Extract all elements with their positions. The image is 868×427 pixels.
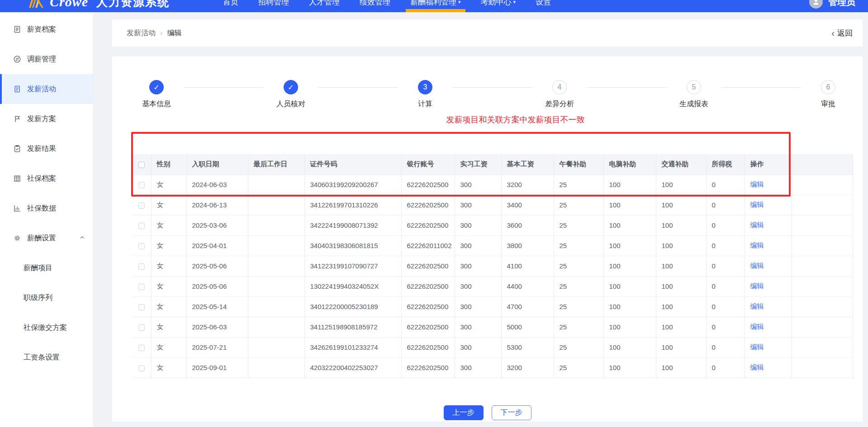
column-header: 实习工资 xyxy=(455,154,501,174)
cell-last-work-day xyxy=(248,296,304,317)
edit-link[interactable]: 编辑 xyxy=(750,343,764,351)
top-nav-item-label: 考勤中心 xyxy=(481,0,512,7)
table-row: 女2025-03-0634222419900807139262226202500… xyxy=(132,215,853,235)
sidebar-item-label: 发薪结果 xyxy=(27,144,56,154)
step-label: 审批 xyxy=(821,99,835,109)
username[interactable]: 管理员 xyxy=(828,0,855,8)
cell-bank-account: 62226202500 xyxy=(401,174,455,195)
cell-gender: 女 xyxy=(151,357,186,378)
edit-link[interactable]: 编辑 xyxy=(750,282,764,290)
edit-link[interactable]: 编辑 xyxy=(750,221,764,229)
cell-base-salary: 4400 xyxy=(501,276,554,296)
step-circle: ✓ xyxy=(284,80,298,94)
back-button[interactable]: ‹ 返回 xyxy=(831,28,853,38)
cell-intern-salary: 300 xyxy=(455,357,501,378)
top-nav-item[interactable]: 首页 xyxy=(223,0,238,7)
top-nav-item[interactable]: 考勤中心▾ xyxy=(481,0,516,7)
top-nav-item-label: 绩效管理 xyxy=(360,0,390,7)
cell-income-tax: 0 xyxy=(706,317,745,337)
prev-step-button[interactable]: 上一步 xyxy=(444,405,484,420)
cell-id-number: 341226199701310226 xyxy=(304,195,401,215)
cell-hire-date: 2025-09-01 xyxy=(186,357,248,378)
row-checkbox[interactable] xyxy=(138,304,145,310)
sidebar-item[interactable]: 薪酬项目 xyxy=(0,253,93,283)
breadcrumb-current: 编辑 xyxy=(167,28,182,38)
sidebar-item[interactable]: 发薪结果 xyxy=(0,134,93,164)
table-row: 女2025-07-2134262619910123327462226202500… xyxy=(132,337,853,357)
sidebar-item[interactable]: 调薪管理 xyxy=(0,44,93,74)
main-area: 发薪活动 › 编辑 ‹ 返回 ✓基本信息✓人员核对3计算4差异分析5生成报表6审… xyxy=(112,0,863,427)
column-header: 基本工资 xyxy=(501,154,554,174)
sidebar-item[interactable]: 社保档案 xyxy=(0,164,93,193)
edit-link[interactable]: 编辑 xyxy=(750,302,764,310)
step-circle: 6 xyxy=(821,80,835,94)
breadcrumb-section[interactable]: 发薪活动 xyxy=(127,28,156,38)
cell-base-salary: 4700 xyxy=(501,296,554,317)
row-checkbox[interactable] xyxy=(138,365,145,371)
cell-id-number: 341223199107090727 xyxy=(304,256,401,276)
sidebar-item[interactable]: 发薪活动 xyxy=(0,74,93,104)
sidebar-item[interactable]: 工资条设置 xyxy=(0,343,93,372)
row-checkbox[interactable] xyxy=(138,324,145,331)
breadcrumb-separator-icon: › xyxy=(160,28,163,38)
sidebar-item[interactable]: 发薪方案 xyxy=(0,104,93,134)
cell-last-work-day xyxy=(248,317,304,337)
top-nav-item[interactable]: 招聘管理 xyxy=(258,0,289,7)
top-nav-item-label: 人才管理 xyxy=(309,0,340,7)
cell-income-tax: 0 xyxy=(706,276,745,296)
cell-id-number: 340403198306081815 xyxy=(304,235,401,256)
sidebar-item[interactable]: 职级序列 xyxy=(0,283,93,313)
row-checkbox[interactable] xyxy=(138,263,145,270)
brand-product-name: 人力资源系统 xyxy=(96,0,170,9)
row-checkbox-cell xyxy=(132,317,151,337)
cell-id-number: 420322200402253027 xyxy=(304,357,401,378)
select-all-checkbox[interactable] xyxy=(138,162,145,168)
sidebar-item[interactable]: 社保数据 xyxy=(0,193,93,223)
row-checkbox[interactable] xyxy=(138,223,145,229)
cell-computer-allowance: 100 xyxy=(603,195,656,215)
user-avatar[interactable] xyxy=(809,0,823,9)
cell-actions: 编辑 xyxy=(745,235,792,256)
cell-computer-allowance: 100 xyxy=(603,317,656,337)
row-checkbox[interactable] xyxy=(138,284,145,290)
sidebar-item-label: 发薪活动 xyxy=(27,84,56,94)
cell-bank-account: 62226202500 xyxy=(401,276,455,296)
row-checkbox[interactable] xyxy=(138,345,145,351)
sidebar-item[interactable]: 社保缴交方案 xyxy=(0,313,93,343)
row-checkbox[interactable] xyxy=(138,243,145,249)
column-header: 午餐补助 xyxy=(554,154,603,174)
sidebar-item-label: 发薪方案 xyxy=(27,114,56,124)
edit-link[interactable]: 编辑 xyxy=(750,201,764,208)
cell-filler xyxy=(792,235,853,256)
edit-link[interactable]: 编辑 xyxy=(750,363,764,371)
step-label: 计算 xyxy=(418,99,432,109)
sidebar-item-label: 社保缴交方案 xyxy=(24,323,67,333)
row-checkbox-cell xyxy=(132,357,151,378)
top-nav-item[interactable]: 绩效管理 xyxy=(360,0,390,7)
sidebar-item[interactable]: 薪酬设置 xyxy=(0,223,93,253)
edit-link[interactable]: 编辑 xyxy=(750,241,764,249)
sidebar-item-label: 薪酬项目 xyxy=(24,263,52,273)
warning-text: 发薪项目和关联方案中发薪项目不一致 xyxy=(140,114,868,125)
table-header-row: 性别入职日期最后工作日证件号码银行账号实习工资基本工资午餐补助电脑补助交通补助所… xyxy=(132,154,853,174)
sidebar-item[interactable]: 薪资档案 xyxy=(0,14,93,44)
cell-computer-allowance: 100 xyxy=(603,174,656,195)
row-checkbox[interactable] xyxy=(138,202,145,209)
top-nav-item[interactable]: 设置 xyxy=(536,0,551,7)
cell-income-tax: 0 xyxy=(706,256,745,276)
cell-hire-date: 2025-05-06 xyxy=(186,276,248,296)
edit-link[interactable]: 编辑 xyxy=(750,323,764,330)
top-nav-item[interactable]: 人才管理 xyxy=(309,0,340,7)
edit-link[interactable]: 编辑 xyxy=(750,180,764,188)
edit-link[interactable]: 编辑 xyxy=(750,262,764,269)
cell-gender: 女 xyxy=(151,215,186,235)
step-circle: 5 xyxy=(687,80,701,94)
cell-gender: 女 xyxy=(151,317,186,337)
row-checkbox[interactable] xyxy=(138,182,145,188)
next-step-button[interactable]: 下一步 xyxy=(492,405,531,420)
payroll-table-wrap: 性别入职日期最后工作日证件号码银行账号实习工资基本工资午餐补助电脑补助交通补助所… xyxy=(132,154,853,378)
sidebar-item-label: 社保档案 xyxy=(27,174,56,183)
top-nav-item[interactable]: 薪酬福利管理▾ xyxy=(410,0,461,7)
column-header: 最后工作日 xyxy=(248,154,304,174)
salary-settings-icon xyxy=(13,234,21,242)
